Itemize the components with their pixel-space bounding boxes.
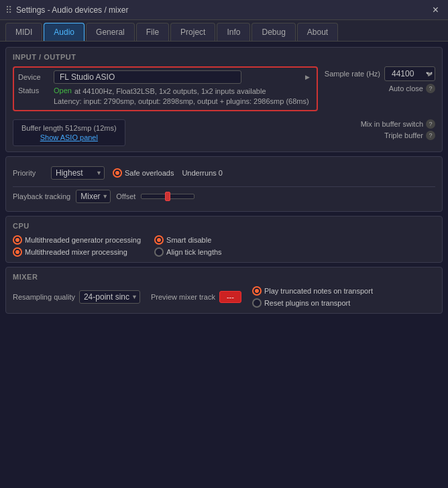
sample-rate-group: Sample rate (Hz) 44100 ▶ (325, 66, 435, 81)
mix-buffer-switch-row: Mix in buffer switch ? (361, 119, 435, 129)
title-bar: ⠿ Settings - Audio devices / mixer × (0, 0, 448, 20)
preview-button[interactable]: --- (219, 291, 241, 303)
buffer-label: Buffer length 512smp (12ms) (21, 124, 117, 132)
play-truncated-label: Play truncated notes on transport (264, 287, 373, 295)
reset-plugins-row[interactable]: Reset plugins on transport (252, 298, 373, 308)
cpu-options: Multithreaded generator processing Multi… (13, 235, 435, 257)
multithreaded-mixer-radio (13, 247, 22, 257)
priority-section: Priority Highest ▼ Safe overloads Underr… (5, 156, 443, 212)
playback-select[interactable]: Mixer (76, 190, 111, 203)
tab-project[interactable]: Project (170, 23, 215, 41)
preview-group: Preview mixer track --- (151, 291, 241, 303)
sample-rate-select[interactable]: 44100 (384, 66, 435, 81)
input-output-title: Input / output (13, 53, 435, 61)
priority-select[interactable]: Highest (51, 166, 105, 180)
sample-rate-label: Sample rate (Hz) (325, 70, 380, 78)
tab-debug[interactable]: Debug (251, 23, 295, 41)
triple-buffer-row: Triple buffer ? (384, 131, 435, 140)
mix-buffer-label: Mix in buffer switch (361, 120, 423, 128)
play-truncated-row[interactable]: Play truncated notes on transport (252, 286, 373, 296)
status-open: Open (54, 86, 72, 97)
multithreaded-mixer-label: Multithreaded mixer processing (25, 248, 127, 256)
priority-row: Priority Highest ▼ Safe overloads Underr… (13, 162, 435, 184)
safe-overloads-label: Safe overloads (125, 169, 174, 177)
tab-file[interactable]: File (136, 23, 169, 41)
safe-overloads-radio-dot (113, 168, 122, 178)
mix-buffer-info-icon[interactable]: ? (426, 119, 435, 129)
buffer-box: Buffer length 512smp (12ms) Show ASIO pa… (13, 119, 125, 146)
device-label: Device (18, 73, 48, 81)
drag-icon: ⠿ (5, 5, 12, 15)
safe-overloads-radio[interactable]: Safe overloads (113, 168, 174, 178)
multithreaded-generator-radio (13, 235, 22, 245)
priority-label: Priority (13, 169, 43, 177)
align-tick-label: Align tick lengths (166, 248, 222, 256)
status-label: Status (18, 86, 48, 95)
align-tick-radio (154, 247, 164, 257)
right-controls: Sample rate (Hz) 44100 ▶ Auto close ? (325, 66, 435, 93)
auto-close-row: Auto close ? (389, 84, 435, 93)
smart-disable-row[interactable]: Smart disable (154, 235, 222, 245)
multithreaded-generator-row[interactable]: Multithreaded generator processing (13, 235, 141, 245)
smart-disable-radio (154, 235, 164, 245)
mixer-section: Mixer Resampling quality 24-point sinc ▼… (5, 267, 443, 314)
auto-close-label: Auto close (389, 84, 423, 93)
playback-label: Playback tracking (13, 192, 70, 200)
tab-bar: MIDI Audio General File Project Info Deb… (0, 20, 448, 42)
triple-buffer-label: Triple buffer (384, 131, 423, 139)
latency-text: Latency: input: 2790smp, output: 2898smp… (54, 97, 309, 107)
cpu-col-2: Smart disable Align tick lengths (154, 235, 222, 257)
main-content: Input / output Device FL Studio ASIO ▶ (0, 42, 448, 319)
window-title: Settings - Audio devices / mixer (16, 5, 128, 15)
transport-options: Play truncated notes on transport Reset … (252, 286, 373, 308)
multithreaded-mixer-row[interactable]: Multithreaded mixer processing (13, 247, 141, 257)
device-select[interactable]: FL Studio ASIO (54, 70, 241, 84)
device-box: Device FL Studio ASIO ▶ Status Open (13, 66, 318, 111)
cpu-section: CPU Multithreaded generator processing M… (5, 216, 443, 263)
offset-slider-thumb (165, 192, 170, 201)
close-button[interactable]: × (429, 3, 443, 17)
tab-midi[interactable]: MIDI (5, 23, 42, 41)
preview-label: Preview mixer track (151, 293, 215, 301)
offset-slider[interactable] (141, 194, 194, 199)
auto-close-info-icon[interactable]: ? (426, 84, 435, 93)
asio-panel-link[interactable]: Show ASIO panel (21, 133, 117, 141)
resampling-label: Resampling quality (13, 293, 75, 301)
mix-buffer-group: Mix in buffer switch ? Triple buffer ? (361, 119, 435, 140)
tab-general[interactable]: General (86, 23, 135, 41)
status-text: at 44100Hz, Float32LSB, 1x2 outputs, 1x2… (74, 86, 266, 97)
tab-info[interactable]: Info (217, 23, 250, 41)
offset-label: Offset (116, 192, 135, 200)
smart-disable-label: Smart disable (166, 236, 211, 244)
triple-buffer-info-icon[interactable]: ? (426, 131, 435, 140)
input-output-section: Input / output Device FL Studio ASIO ▶ (5, 47, 443, 152)
underruns-text: Underruns 0 (182, 169, 223, 177)
mixer-options: Resampling quality 24-point sinc ▼ Previ… (13, 286, 435, 308)
reset-plugins-label: Reset plugins on transport (264, 299, 350, 307)
playback-row: Playback tracking Mixer ▼ Offset (13, 186, 435, 206)
device-arrow-icon: ▶ (305, 74, 310, 80)
reset-plugins-radio (252, 298, 262, 308)
resampling-select[interactable]: 24-point sinc (79, 290, 140, 304)
cpu-col-1: Multithreaded generator processing Multi… (13, 235, 141, 257)
cpu-title: CPU (13, 222, 435, 230)
tab-about[interactable]: About (297, 23, 338, 41)
play-truncated-radio (252, 286, 262, 296)
mixer-title: Mixer (13, 273, 435, 281)
multithreaded-generator-label: Multithreaded generator processing (25, 236, 141, 244)
resampling-group: Resampling quality 24-point sinc ▼ (13, 290, 140, 304)
tab-audio[interactable]: Audio (44, 23, 85, 41)
align-tick-row[interactable]: Align tick lengths (154, 247, 222, 257)
